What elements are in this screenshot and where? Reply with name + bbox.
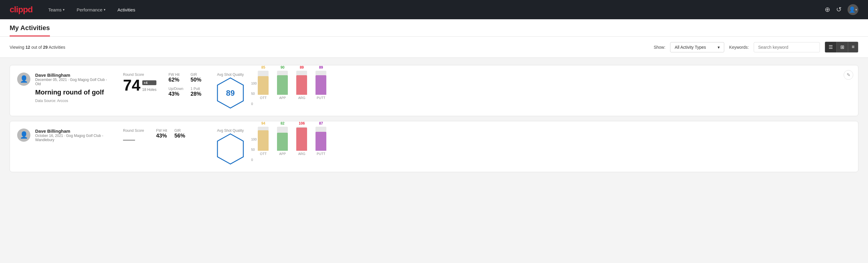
stat-score: — <box>123 133 144 145</box>
card-user-name: Dave Billingham <box>35 128 114 134</box>
bar-fill-ott <box>258 130 269 151</box>
filter-bar: Viewing 12 out of 29 Activities Show: Al… <box>0 37 868 58</box>
holes-value: 18 Holes <box>142 88 156 92</box>
secondary-stats: FW Hit 43% GIR 56% <box>156 128 185 139</box>
stat-score: 74 +4 18 Holes <box>123 77 156 93</box>
card-user-name: Dave Billingham <box>35 72 114 78</box>
y-label-50: 50 <box>251 92 256 95</box>
grid-icon: ⊞ <box>840 45 844 50</box>
bar-value-ott: 94 <box>261 121 265 125</box>
bar-wrapper-ott <box>258 127 269 151</box>
bar-fill-app <box>277 133 288 151</box>
keywords-label: Keywords: <box>729 45 749 50</box>
hexagon-score: 89 <box>226 88 235 98</box>
view-toggle-list-dense[interactable]: ☰ <box>825 42 837 52</box>
shot-quality-section: Avg Shot Quality 89 100 50 0 <box>217 72 851 109</box>
page-header: My Activities <box>0 19 868 37</box>
bar-col-ott: 85OTT <box>258 65 269 99</box>
bar-fill-putt <box>315 132 326 151</box>
hexagon: 89 <box>217 77 244 109</box>
one-putt-value: 28% <box>191 91 206 97</box>
score-value: — <box>123 133 135 145</box>
fw-hit-group: FW Hit 62% <box>168 72 183 83</box>
chart-y-container: 100 50 0 85OTT90APP89ARG89PUTT <box>251 76 851 106</box>
fw-hit-value: 62% <box>168 77 183 83</box>
bar-col-app: 82APP <box>277 121 288 155</box>
bar-value-app: 82 <box>281 121 284 125</box>
card-user-info: Dave Billingham December 05, 2021 · Gog … <box>35 72 114 103</box>
nav-right: ⊕ ↺ 👤 ▾ <box>825 4 858 15</box>
bar-wrapper-arg <box>296 71 307 95</box>
round-score-label: Round Score <box>123 128 144 133</box>
nav-activities-label: Activities <box>118 7 135 12</box>
nav-item-teams[interactable]: Teams ▾ <box>47 5 66 15</box>
search-input[interactable] <box>754 42 820 52</box>
main-content: ✎ 👤 Dave Billingham December 05, 2021 · … <box>0 58 868 179</box>
round-score-group: Round Score 74 +4 18 Holes <box>123 72 156 94</box>
bar-value-ott: 85 <box>261 65 265 69</box>
fw-hit-group: FW Hit 43% <box>156 128 167 139</box>
gir-value: 56% <box>175 133 186 139</box>
show-label: Show: <box>654 45 665 50</box>
bar-value-putt: 87 <box>319 121 323 125</box>
nav-performance-label: Performance <box>77 7 102 12</box>
fw-hit-label: FW Hit <box>156 128 167 133</box>
fw-hit-label: FW Hit <box>168 72 183 77</box>
score-value: 74 <box>123 77 141 93</box>
user-avatar[interactable]: 👤 ▾ <box>847 4 858 15</box>
avatar-icon: 👤 <box>849 6 856 13</box>
bar-x-label-ott: OTT <box>260 152 267 155</box>
card-stats: Round Score 74 +4 18 Holes FW Hit 62% <box>123 72 207 97</box>
bar-chart: 100 50 0 85OTT90APP89ARG89PUTT <box>251 76 851 106</box>
list-icon: ≡ <box>852 44 855 49</box>
bar-chart: 100 50 0 94OTT82APP106ARG87PUTT <box>251 132 851 162</box>
up-down-value: 43% <box>168 91 183 97</box>
bar-value-app: 90 <box>281 65 284 69</box>
bar-wrapper-arg <box>296 127 307 151</box>
navbar: clippd Teams ▾ Performance ▾ Activities … <box>0 0 868 19</box>
avatar: 👤 <box>17 72 30 86</box>
view-toggle-grid[interactable]: ⊞ <box>837 42 848 52</box>
teams-chevron-icon: ▾ <box>63 8 65 12</box>
hexagon-container: Avg Shot Quality <box>217 128 244 165</box>
refresh-icon[interactable]: ↺ <box>836 6 841 13</box>
bar-wrapper-app <box>277 127 288 151</box>
performance-chevron-icon: ▾ <box>104 8 105 12</box>
gir-label: GIR <box>191 72 206 77</box>
bar-wrapper-putt <box>315 71 326 95</box>
activity-type-dropdown[interactable]: All Activity Types ▾ <box>670 42 724 52</box>
gir-group: GIR 56% <box>175 128 186 139</box>
bar-wrapper-putt <box>315 127 326 151</box>
list-dense-icon: ☰ <box>829 45 833 50</box>
view-toggle-list[interactable]: ≡ <box>848 42 858 52</box>
bar-fill-putt <box>315 75 326 95</box>
viewing-middle: out of <box>30 45 43 50</box>
viewing-count: 12 <box>26 45 30 50</box>
nav-item-activities[interactable]: Activities <box>116 5 136 15</box>
stat-pairs: FW Hit 62% GIR 50% Up/Down 43% 1 Putt 28… <box>168 72 206 97</box>
bar-chart-inner: 85OTT90APP89ARG89PUTT <box>258 76 326 106</box>
avatar: 👤 <box>17 128 30 142</box>
bar-value-arg: 89 <box>300 65 304 69</box>
bar-col-ott: 94OTT <box>258 121 269 155</box>
bar-col-arg: 89ARG <box>296 65 307 99</box>
viewing-total: 29 <box>43 45 48 50</box>
card-date: December 05, 2021 · Gog Magog Golf Club … <box>35 78 114 86</box>
logo[interactable]: clippd <box>10 5 32 14</box>
viewing-text: Viewing 12 out of 29 Activities <box>10 45 649 50</box>
hexagon-container: Avg Shot Quality 89 <box>217 72 244 109</box>
bar-x-label-arg: ARG <box>298 96 305 99</box>
card-left: 👤 Dave Billingham December 05, 2021 · Go… <box>17 72 114 103</box>
viewing-prefix: Viewing <box>10 45 26 50</box>
bar-fill-ott <box>258 76 269 95</box>
edit-button[interactable]: ✎ <box>844 70 853 80</box>
y-label-100: 100 <box>251 82 256 85</box>
up-down-group: Up/Down 43% <box>168 87 183 97</box>
view-toggles: ☰ ⊞ ≡ <box>825 41 858 53</box>
add-icon[interactable]: ⊕ <box>825 6 830 13</box>
card-data-source: Data Source: Arccos <box>35 99 114 103</box>
nav-item-performance[interactable]: Performance ▾ <box>75 5 107 15</box>
up-down-label: Up/Down <box>168 87 183 91</box>
bar-x-label-ott: OTT <box>260 96 267 99</box>
avatar-person-icon: 👤 <box>20 131 28 139</box>
